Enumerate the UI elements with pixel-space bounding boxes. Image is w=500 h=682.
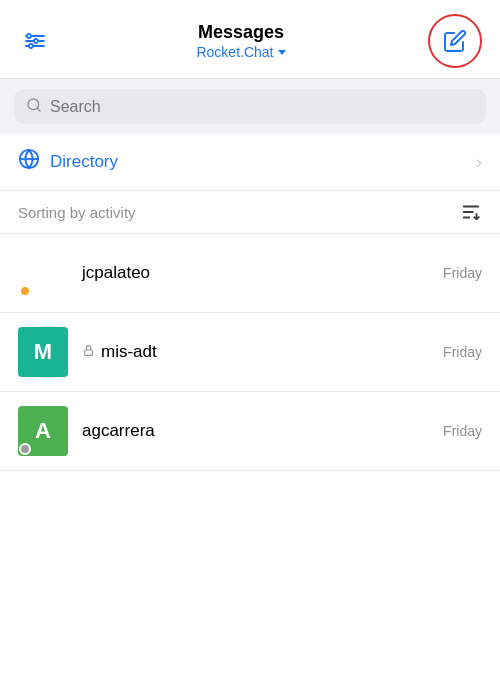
chat-time: Friday [443, 423, 482, 439]
chat-name-text: agcarrera [82, 421, 155, 441]
directory-row[interactable]: Directory › [0, 134, 500, 191]
search-icon [26, 97, 42, 116]
chat-time: Friday [443, 265, 482, 281]
filter-icon [24, 29, 48, 53]
header-center: Messages Rocket.Chat [196, 22, 285, 60]
status-dot [19, 443, 31, 455]
chat-item[interactable]: AagcarreraFriday [0, 392, 500, 471]
chat-name-text: mis-adt [101, 342, 157, 362]
chevron-right-icon: › [476, 152, 482, 173]
chat-item[interactable]: jcpalateoFriday [0, 234, 500, 313]
svg-point-3 [34, 39, 38, 43]
header: Messages Rocket.Chat [0, 0, 500, 79]
chat-name-row: jcpalateoFriday [82, 263, 482, 283]
chat-item[interactable]: Mmis-adtFriday [0, 313, 500, 392]
sorting-label: Sorting by activity [18, 204, 136, 221]
avatar-area: M [18, 327, 68, 377]
sorting-row: Sorting by activity [0, 191, 500, 234]
chat-name: jcpalateo [82, 263, 150, 283]
chat-info: mis-adtFriday [82, 342, 482, 362]
app-container: Messages Rocket.Chat [0, 0, 500, 682]
compose-icon [443, 29, 467, 53]
svg-point-6 [29, 44, 33, 48]
sort-icon[interactable] [460, 201, 482, 223]
search-bar-container [0, 79, 500, 134]
svg-rect-11 [85, 350, 93, 355]
chat-info: agcarreraFriday [82, 421, 482, 441]
search-input[interactable] [50, 98, 474, 116]
directory-left: Directory [18, 148, 118, 176]
avatar-area [18, 248, 68, 298]
chat-name: mis-adt [82, 342, 157, 362]
search-bar [14, 89, 486, 124]
compose-button-wrapper [428, 14, 482, 68]
chat-name-row: mis-adtFriday [82, 342, 482, 362]
filter-button[interactable] [18, 23, 54, 59]
chat-name-row: agcarreraFriday [82, 421, 482, 441]
chat-list: jcpalateoFridayMmis-adtFridayAagcarreraF… [0, 234, 500, 682]
compose-button[interactable] [437, 23, 473, 59]
chat-time: Friday [443, 344, 482, 360]
header-left [18, 23, 54, 59]
chevron-down-icon [278, 50, 286, 55]
workspace-selector[interactable]: Rocket.Chat [196, 44, 285, 60]
avatar-area: A [18, 406, 68, 456]
chat-info: jcpalateoFriday [82, 263, 482, 283]
workspace-name: Rocket.Chat [196, 44, 273, 60]
globe-icon [18, 148, 40, 176]
chat-name: agcarrera [82, 421, 155, 441]
status-dot [19, 285, 31, 297]
directory-label: Directory [50, 152, 118, 172]
avatar: M [18, 327, 68, 377]
header-title: Messages [198, 22, 284, 44]
lock-icon [82, 344, 95, 360]
chat-name-text: jcpalateo [82, 263, 150, 283]
